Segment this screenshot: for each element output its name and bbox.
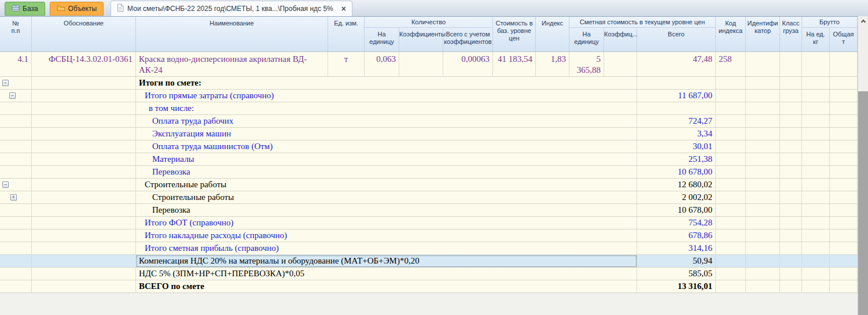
col-header-gross-per-unit[interactable]: На ед. кг bbox=[802, 28, 830, 51]
item-cell-gross-per-unit[interactable] bbox=[802, 52, 830, 77]
summary-row[interactable]: −Итого прямые затраты (справочно)11 687,… bbox=[0, 90, 858, 102]
col-header-current-cost-group[interactable]: Сметная стоимость в текущем уровне цен bbox=[569, 17, 716, 28]
summary-cell-name[interactable]: Перевозка bbox=[136, 166, 637, 179]
col-header-qty-per-unit[interactable]: На единицу bbox=[365, 28, 399, 51]
summary-cell-total[interactable]: 678,86 bbox=[637, 229, 716, 242]
summary-row[interactable]: Итого сметная прибыль (справочно)314,16 bbox=[0, 242, 858, 255]
summary-cell-code[interactable] bbox=[716, 102, 746, 115]
summary-cell-total[interactable]: 30,01 bbox=[637, 140, 716, 153]
summary-cell-num[interactable]: − bbox=[0, 179, 32, 191]
summary-cell-code[interactable] bbox=[716, 140, 746, 153]
summary-cell-total[interactable]: 10 678,00 bbox=[637, 204, 716, 217]
collapse-icon[interactable]: − bbox=[2, 181, 9, 188]
summary-cell-g1[interactable] bbox=[802, 77, 830, 90]
summary-row[interactable]: −Строительные работы12 680,02 bbox=[0, 179, 858, 191]
summary-cell-ident[interactable] bbox=[746, 255, 780, 268]
summary-cell-code[interactable] bbox=[716, 280, 746, 293]
summary-cell-basis[interactable] bbox=[32, 90, 136, 102]
summary-cell-num[interactable] bbox=[0, 128, 32, 140]
summary-cell-ident[interactable] bbox=[746, 153, 780, 166]
summary-cell-g1[interactable] bbox=[802, 128, 830, 140]
summary-row[interactable]: Материалы251,38 bbox=[0, 153, 858, 166]
summary-cell-name[interactable]: Оплата труда рабочих bbox=[136, 115, 637, 128]
summary-cell-basis[interactable] bbox=[32, 179, 136, 191]
summary-cell-ident[interactable] bbox=[746, 77, 780, 90]
summary-cell-num[interactable]: − bbox=[0, 90, 32, 102]
summary-cell-basis[interactable] bbox=[32, 229, 136, 242]
summary-cell-g1[interactable] bbox=[802, 191, 830, 204]
summary-cell-name[interactable]: Перевозка bbox=[136, 204, 637, 217]
item-cell-unit[interactable]: т bbox=[328, 52, 365, 77]
summary-cell-g2[interactable] bbox=[830, 255, 858, 268]
summary-cell-cclass[interactable] bbox=[780, 204, 802, 217]
summary-cell-g2[interactable] bbox=[830, 280, 858, 293]
summary-cell-code[interactable] bbox=[716, 128, 746, 140]
item-cell-qty-per-unit[interactable]: 0,063 bbox=[365, 52, 399, 77]
summary-cell-g2[interactable] bbox=[830, 128, 858, 140]
summary-cell-g2[interactable] bbox=[830, 102, 858, 115]
col-header-index-code[interactable]: Код индекса bbox=[716, 17, 746, 51]
item-cell-gross-total[interactable] bbox=[830, 52, 858, 77]
col-header-cur-coeff[interactable]: Коэффиц... bbox=[604, 28, 637, 51]
summary-cell-num[interactable] bbox=[0, 102, 32, 115]
summary-cell-total[interactable]: 754,28 bbox=[637, 217, 716, 229]
summary-cell-code[interactable] bbox=[716, 90, 746, 102]
summary-cell-ident[interactable] bbox=[746, 242, 780, 255]
summary-cell-cclass[interactable] bbox=[780, 77, 802, 90]
summary-cell-basis[interactable] bbox=[32, 77, 136, 90]
summary-cell-name[interactable]: Итого накладные расходы (справочно) bbox=[136, 229, 637, 242]
summary-cell-cclass[interactable] bbox=[780, 268, 802, 280]
summary-cell-num[interactable] bbox=[0, 204, 32, 217]
summary-row[interactable]: Оплата труда рабочих724,27 bbox=[0, 115, 858, 128]
summary-cell-g1[interactable] bbox=[802, 242, 830, 255]
summary-row[interactable]: Эксплуатация машин3,34 bbox=[0, 128, 858, 140]
summary-cell-g1[interactable] bbox=[802, 255, 830, 268]
item-cell-qty-coeff[interactable] bbox=[399, 52, 443, 77]
summary-cell-basis[interactable] bbox=[32, 242, 136, 255]
tab-document[interactable]: Мои сметы\ФСНБ-22 2025 год\СМЕТЫ, 1 ква.… bbox=[111, 1, 352, 16]
tab-base[interactable]: База bbox=[5, 2, 45, 16]
summary-cell-cclass[interactable] bbox=[780, 128, 802, 140]
summary-cell-num[interactable] bbox=[0, 153, 32, 166]
summary-cell-g2[interactable] bbox=[830, 77, 858, 90]
summary-cell-total[interactable] bbox=[637, 77, 716, 90]
summary-cell-g1[interactable] bbox=[802, 268, 830, 280]
summary-cell-total[interactable] bbox=[637, 102, 716, 115]
summary-cell-code[interactable] bbox=[716, 229, 746, 242]
scroll-up-button[interactable] bbox=[858, 16, 868, 26]
summary-cell-num[interactable] bbox=[0, 255, 32, 268]
summary-cell-ident[interactable] bbox=[746, 90, 780, 102]
summary-cell-g2[interactable] bbox=[830, 153, 858, 166]
summary-cell-g1[interactable] bbox=[802, 204, 830, 217]
summary-row[interactable]: Перевозка10 678,00 bbox=[0, 166, 858, 179]
summary-cell-cclass[interactable] bbox=[780, 140, 802, 153]
summary-cell-basis[interactable] bbox=[32, 115, 136, 128]
col-header-cur-total[interactable]: Всего bbox=[637, 28, 716, 51]
summary-cell-code[interactable] bbox=[716, 166, 746, 179]
col-header-unit[interactable]: Ед. изм. bbox=[328, 17, 365, 51]
summary-cell-total[interactable]: 251,38 bbox=[637, 153, 716, 166]
col-header-cargo-class[interactable]: Класс груза bbox=[780, 17, 802, 51]
summary-cell-num[interactable] bbox=[0, 280, 32, 293]
summary-cell-num[interactable] bbox=[0, 140, 32, 153]
summary-cell-g1[interactable] bbox=[802, 179, 830, 191]
summary-cell-cclass[interactable] bbox=[780, 255, 802, 268]
col-header-name[interactable]: Наименование bbox=[136, 17, 328, 51]
summary-row[interactable]: Перевозка10 678,00 bbox=[0, 204, 858, 217]
col-header-qty-coeff[interactable]: Коэффициенты bbox=[399, 28, 443, 51]
scrollbar-thumb[interactable] bbox=[858, 91, 868, 315]
summary-cell-g1[interactable] bbox=[802, 102, 830, 115]
vertical-scrollbar[interactable] bbox=[858, 16, 868, 315]
summary-cell-name[interactable]: Строительные работы bbox=[136, 191, 637, 204]
col-header-identifier[interactable]: Идентифи катор bbox=[746, 17, 780, 51]
summary-cell-name[interactable]: Оплата труда машинистов (Отм) bbox=[136, 140, 637, 153]
summary-cell-num[interactable]: − bbox=[0, 77, 32, 90]
summary-cell-code[interactable] bbox=[716, 77, 746, 90]
item-cell-identifier[interactable] bbox=[746, 52, 780, 77]
summary-cell-total[interactable]: 12 680,02 bbox=[637, 179, 716, 191]
summary-cell-cclass[interactable] bbox=[780, 191, 802, 204]
summary-cell-ident[interactable] bbox=[746, 166, 780, 179]
summary-cell-basis[interactable] bbox=[32, 268, 136, 280]
summary-cell-cclass[interactable] bbox=[780, 90, 802, 102]
summary-cell-cclass[interactable] bbox=[780, 217, 802, 229]
